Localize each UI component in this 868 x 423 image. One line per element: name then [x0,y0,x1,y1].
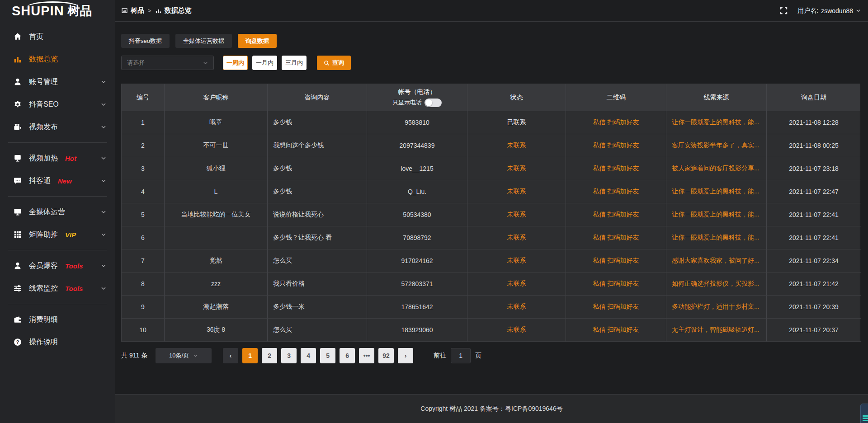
cell-content: 怎么买 [268,249,367,273]
cell-date: 2021-11-07 20:39 [767,296,861,319]
cell-nickname: 觉然 [165,249,268,273]
cell-qr-link[interactable]: 私信 扫码加好友 [566,134,666,157]
cell-qr-link[interactable]: 私信 扫码加好友 [566,249,666,273]
sidebar-item-lead-monitor[interactable]: 线索监控Tools [0,277,115,300]
page-size-value: 10条/页 [169,352,189,360]
range-button-three-month[interactable]: 三月内 [282,56,307,70]
sidebar-item-matrix-boost[interactable]: 矩阵助推VIP [0,223,115,246]
page-button-4[interactable]: 4 [301,348,316,363]
sidebar-item-label: 视频加热 [29,154,58,163]
page-size-select[interactable]: 10条/页 [156,348,212,363]
cell-qr-link[interactable]: 私信 扫码加好友 [566,180,666,203]
cell-date: 2021-11-07 22:41 [767,226,861,249]
cell-qr-link[interactable]: 私信 扫码加好友 [566,203,666,226]
cell-source-link[interactable]: 感谢大家喜欢我家，被问了好... [666,249,767,273]
sidebar-badge: VIP [65,231,76,239]
cell-qr-link[interactable]: 私信 扫码加好友 [566,273,666,296]
table-body: 1哦章多少钱9583810已联系私信 扫码加好友让你一眼就爱上的黑科技，能...… [122,111,860,342]
sidebar-item-douyin-seo[interactable]: 抖音SEO [0,93,115,116]
cell-qr-link[interactable]: 私信 扫码加好友 [566,157,666,180]
breadcrumb-item-home[interactable]: 树品 [121,6,144,15]
cell-source-link[interactable]: 让你一眼就爱上的黑科技，能... [666,203,767,226]
sidebar-item-label: 首页 [29,32,43,42]
sidebar-item-data-overview[interactable]: 数据总览 [0,48,115,70]
cell-date: 2021-11-07 21:42 [767,273,861,296]
app-logo[interactable]: SHUPIN 树品 [0,0,115,22]
next-page-button[interactable]: › [398,348,413,363]
cell-source-link[interactable]: 被大家追着问的客厅投影分享... [666,157,767,180]
inquiry-table: 编号客户昵称咨询内容帐号（电话）只显示电话状态二维码线索来源询盘日期 1哦章多少… [121,84,860,342]
phone-only-toggle[interactable] [425,99,442,107]
chevron-down-icon [101,79,106,85]
page-button-92[interactable]: 92 [378,348,394,363]
tab-inquiry-data[interactable]: 询盘数据 [238,34,277,48]
range-button-one-month[interactable]: 一月内 [252,56,277,70]
cell-date: 2021-11-08 12:28 [767,111,861,134]
page-button-2[interactable]: 2 [262,348,277,363]
cell-qr-link[interactable]: 私信 扫码加好友 [566,319,666,342]
cell-id: 6 [122,226,165,249]
cell-account: 50534380 [367,203,467,226]
page-ellipsis-button[interactable]: ••• [359,348,374,363]
breadcrumb-item-current[interactable]: 数据总览 [155,6,192,15]
cell-qr-link[interactable]: 私信 扫码加好友 [566,111,666,134]
range-button-one-week[interactable]: 一周内 [223,56,248,70]
cell-source-link[interactable]: 如何正确选择投影仪，买投影... [666,273,767,296]
chat-icon [14,177,22,185]
panel-icon [121,7,128,14]
column-header: 客户昵称 [165,84,268,111]
page-button-1[interactable]: 1 [242,348,258,363]
tab-douyin-seo-data[interactable]: 抖音seo数据 [121,34,170,48]
chevron-down-icon [101,209,106,215]
select-placeholder: 请选择 [127,59,145,67]
fullscreen-icon[interactable] [780,7,788,14]
cell-status: 未联系 [467,134,566,157]
goto-page-input[interactable] [451,348,471,363]
table-row: 6多少钱？让我死心 看70898792未联系私信 扫码加好友让你一眼就爱上的黑科… [122,226,860,249]
sidebar-item-video-publish[interactable]: 视频发布 [0,116,115,138]
cell-qr-link[interactable]: 私信 扫码加好友 [566,296,666,319]
cell-date: 2021-11-07 20:37 [767,319,861,342]
page-button-6[interactable]: 6 [340,348,355,363]
cell-source-link[interactable]: 多功能护栏灯，适用于乡村文... [666,296,767,319]
footer: Copyright 树品 2021 备案号：粤ICP备09019646号 [115,394,868,423]
chevron-down-icon [101,155,106,161]
cell-content: 多少钱？让我死心 看 [268,226,367,249]
cell-source-link[interactable]: 让你一眼就爱上的黑科技，能... [666,226,767,249]
cell-nickname: 当地比较能吃的一位美女 [165,203,268,226]
cell-id: 7 [122,249,165,273]
page-button-5[interactable]: 5 [320,348,335,363]
cell-source-link[interactable]: 让你一眼就爱上的黑科技，能... [666,180,767,203]
page-button-3[interactable]: 3 [281,348,297,363]
prev-page-button[interactable]: ‹ [223,348,238,363]
search-button[interactable]: 查询 [317,56,351,70]
cell-source-link[interactable]: 无主灯设计，智能磁吸轨道灯... [666,319,767,342]
sidebar-item-video-heating[interactable]: 视频加热Hot [0,147,115,169]
cell-id: 3 [122,157,165,180]
question-icon: ? [14,338,22,346]
cell-qr-link[interactable]: 私信 扫码加好友 [566,226,666,249]
sidebar-item-operation-guide[interactable]: ?操作说明 [0,331,115,353]
sidebar-item-home[interactable]: 首页 [0,25,115,48]
copyright-text: Copyright 树品 2021 备案号：粤ICP备09019646号 [420,405,562,413]
cell-status: 未联系 [467,296,566,319]
goto-label: 前往 [434,352,446,360]
cell-source-link[interactable]: 客厅安装投影半年多了，真实... [666,134,767,157]
sidebar-item-douketong[interactable]: 抖客通New [0,169,115,192]
column-header: 咨询内容 [268,84,367,111]
cell-account: 183929060 [367,319,467,342]
chart-icon [14,55,22,63]
column-header: 询盘日期 [767,84,861,111]
cell-account: 9583810 [367,111,467,134]
cell-id: 10 [122,319,165,342]
user-menu[interactable]: 用户名: zswodun88 [797,7,861,15]
cell-source-link[interactable]: 让你一眼就爱上的黑科技，能... [666,111,767,134]
sidebar-item-consumption-detail[interactable]: 消费明细 [0,308,115,331]
filter-select[interactable]: 请选择 [121,56,214,70]
cell-account: 178651642 [367,296,467,319]
tab-omni-media-data[interactable]: 全媒体运营数据 [175,34,232,48]
sidebar-item-account-management[interactable]: 账号管理 [0,70,115,93]
sidebar-item-omni-media[interactable]: 全媒体运营 [0,201,115,223]
sidebar-item-member-baoke[interactable]: 会员爆客Tools [0,254,115,277]
floating-widget[interactable] [860,404,868,423]
